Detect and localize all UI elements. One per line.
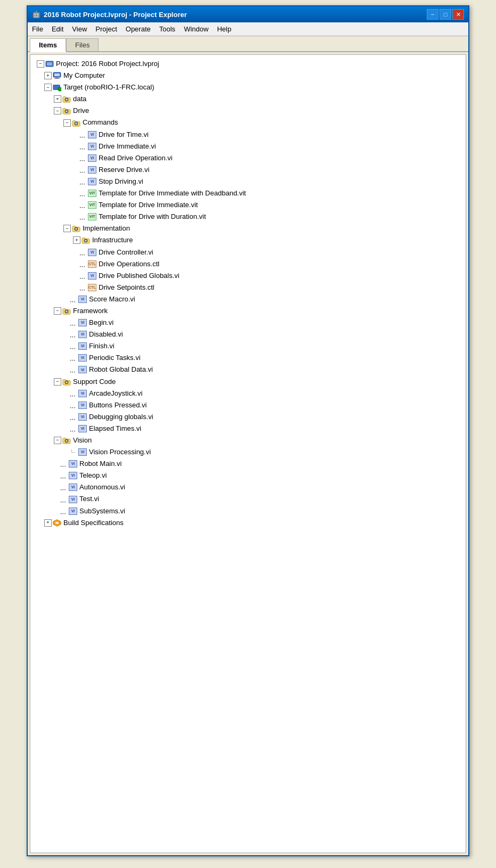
tree-row-stop-driving[interactable]: ··· VI Stop Driving.vi (34, 176, 462, 187)
leaf-placeholder20: ··· (70, 402, 77, 409)
tree-row-implementation[interactable]: − Implementation (34, 223, 462, 234)
tree-row-infrastructure[interactable]: + Infrastructure (34, 234, 462, 246)
commands-folder-icon (72, 119, 80, 127)
template-deadband-label: Template for Drive Immediate with Deadba… (99, 187, 246, 199)
menu-tools[interactable]: Tools (155, 23, 180, 35)
tree-row-read-drive-op[interactable]: ··· VI Read Drive Operation.vi (34, 152, 462, 164)
tree-row-elapsed-times[interactable]: ··· VI Elapsed Times.vi (34, 423, 462, 435)
vit-icon-template-duration: VIT (88, 213, 96, 220)
tree-row-drive-immediate[interactable]: ··· VI Drive Immediate.vi (34, 141, 462, 152)
expander-commands[interactable]: − (63, 119, 71, 127)
vi-icon-arcade-joystick: VI (78, 390, 87, 397)
tree-row-periodic-tasks[interactable]: ··· VI Periodic Tasks.vi (34, 352, 462, 364)
data-folder-icon (62, 95, 71, 103)
stop-driving-label: Stop Driving.vi (99, 176, 143, 187)
project-icon (45, 60, 54, 68)
menu-operate[interactable]: Operate (121, 23, 155, 35)
tree-row-drive-setpoints[interactable]: ··· CTL Drive Setpoints.ctl (34, 282, 462, 293)
tree-row-arcade-joystick[interactable]: ··· VI ArcadeJoystick.vi (34, 388, 462, 399)
tree-row-template-duration[interactable]: ··· VIT Template for Drive with Duration… (34, 211, 462, 223)
vision-label: Vision (73, 435, 92, 446)
menu-project[interactable]: Project (91, 23, 121, 35)
tree-row-subsystems[interactable]: ··· VI SubSystems.vi (34, 505, 462, 517)
tree-row-root[interactable]: − Project: 2016 Robot Project.lvproj (34, 58, 462, 70)
vit-icon-template-deadband: VIT (88, 190, 96, 197)
tree-row-drive[interactable]: − Drive (34, 105, 462, 117)
expander-data[interactable]: + (54, 95, 61, 103)
tree-row-debugging-globals[interactable]: ··· VI Debugging globals.vi (34, 411, 462, 423)
menu-help[interactable]: Help (213, 23, 235, 35)
tree-row-begin[interactable]: ··· VI Begin.vi (34, 317, 462, 329)
tree-row-autonomous[interactable]: ··· VI Autonomous.vi (34, 481, 462, 493)
tree-row-commands[interactable]: − Commands (34, 117, 462, 128)
leaf-placeholder17: ··· (70, 354, 77, 362)
expander-framework[interactable]: − (54, 307, 61, 315)
support-code-label: Support Code (73, 376, 116, 388)
drive-setpoints-label: Drive Setpoints.ctl (99, 282, 155, 293)
expander-implementation[interactable]: − (63, 225, 71, 232)
framework-label: Framework (73, 305, 108, 317)
target-label: Target (roboRIO-1-FRC.local) (63, 81, 155, 93)
expander-infrastructure[interactable]: + (73, 236, 80, 244)
window-title: 2016 Robot Project.lvproj - Project Expl… (44, 11, 187, 19)
leaf-placeholder12: ··· (79, 284, 87, 291)
tree-row-drive-controller[interactable]: ··· VI Drive Controller.vi (34, 247, 462, 258)
vit-icon-template-immediate: VIT (88, 201, 96, 209)
menu-edit[interactable]: Edit (47, 23, 68, 35)
expander-root[interactable]: − (37, 60, 44, 68)
minimize-button[interactable]: − (427, 9, 438, 20)
tree-row-robot-main[interactable]: ··· VI Robot Main.vi (34, 458, 462, 470)
tree-row-reserve-drive[interactable]: ··· VI Reserve Drive.vi (34, 164, 462, 176)
tree-row-drive-published[interactable]: ··· VI Drive Published Globals.vi (34, 270, 462, 282)
tree-row-my-computer[interactable]: + My Computer (34, 70, 462, 81)
tree-row-template-immediate[interactable]: ··· VIT Template for Drive Immediate.vit (34, 199, 462, 211)
tree-row-support-code[interactable]: − Support Code (34, 376, 462, 388)
project-tree: − Project: 2016 Robot Project.lvproj + (34, 58, 462, 529)
expander-build-specs[interactable]: + (44, 519, 52, 527)
tree-row-score-macro[interactable]: ··· VI Score Macro.vi (34, 293, 462, 305)
expander-target[interactable]: − (44, 84, 52, 91)
expander-my-computer[interactable]: + (44, 72, 52, 79)
menu-file[interactable]: File (28, 23, 47, 35)
leaf-placeholder5: ··· (79, 178, 87, 185)
expander-drive[interactable]: − (54, 107, 61, 114)
tree-row-drive-for-time[interactable]: ··· VI Drive for Time.vi (34, 129, 462, 141)
vi-icon-test: VI (69, 496, 77, 503)
tree-row-template-deadband[interactable]: ··· VIT Template for Drive Immediate wit… (34, 187, 462, 199)
finish-label: Finish.vi (89, 340, 115, 352)
tree-row-buttons-pressed[interactable]: ··· VI Buttons Pressed.vi (34, 399, 462, 411)
implementation-folder-icon (72, 224, 80, 233)
tree-row-vision[interactable]: − Vision (34, 435, 462, 446)
drive-immediate-label: Drive Immediate.vi (99, 141, 156, 152)
menu-view[interactable]: View (68, 23, 91, 35)
periodic-tasks-label: Periodic Tasks.vi (89, 352, 141, 364)
ctl-icon-drive-operations: CTL (88, 260, 96, 268)
tab-files[interactable]: Files (66, 38, 99, 51)
vi-icon-robot-main: VI (69, 460, 77, 468)
tree-node-root: − Project: 2016 Robot Project.lvproj + (34, 58, 462, 529)
commands-label: Commands (83, 117, 118, 128)
tab-items[interactable]: Items (30, 38, 66, 52)
drive-folder-icon (62, 107, 71, 115)
tree-row-robot-global[interactable]: ··· VI Robot Global Data.vi (34, 364, 462, 375)
tree-row-drive-operations[interactable]: ··· CTL Drive Operations.ctl (34, 258, 462, 270)
expander-support-code[interactable]: − (54, 378, 61, 386)
menu-window[interactable]: Window (180, 23, 213, 35)
tree-row-framework[interactable]: − Framework (34, 305, 462, 317)
tree-row-teleop[interactable]: ··· VI Teleop.vi (34, 470, 462, 481)
close-button[interactable]: ✕ (452, 9, 464, 20)
tree-row-finish[interactable]: ··· VI Finish.vi (34, 340, 462, 352)
tree-row-vision-processing[interactable]: └·· VI Vision Processing.vi (34, 446, 462, 458)
tree-row-build-specs[interactable]: + Build Specifications (34, 517, 462, 529)
svg-rect-3 (54, 73, 60, 76)
tree-row-test[interactable]: ··· VI Test.vi (34, 493, 462, 505)
svg-rect-5 (54, 78, 60, 79)
tree-row-data[interactable]: + data (34, 93, 462, 105)
vi-icon-subsystems: VI (69, 507, 77, 515)
implementation-label: Implementation (83, 223, 130, 234)
maximize-button[interactable]: □ (440, 9, 451, 20)
menu-bar: File Edit View Project Operate Tools Win… (28, 22, 468, 36)
tree-row-disabled[interactable]: ··· VI Disabled.vi (34, 329, 462, 340)
tree-row-target[interactable]: − Target (roboRIO-1-FRC.local) (34, 81, 462, 93)
expander-vision[interactable]: − (54, 437, 61, 444)
